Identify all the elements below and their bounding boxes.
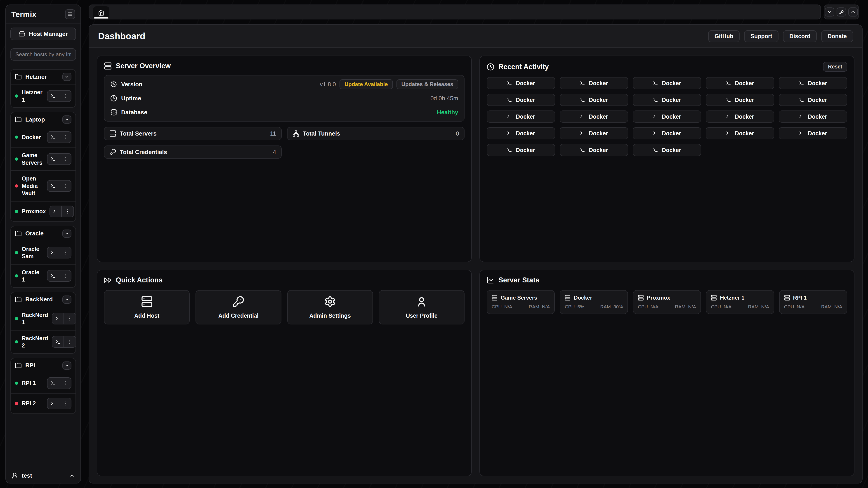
total-tunnels-tile: Total Tunnels 0: [287, 127, 465, 140]
host-terminal-button[interactable]: [48, 270, 59, 281]
host-menu-button[interactable]: [59, 378, 71, 389]
username: test: [22, 472, 66, 479]
host-row[interactable]: Open Media Vault: [11, 170, 75, 201]
host-menu-button[interactable]: [62, 206, 73, 217]
activity-item-button[interactable]: Docker: [779, 94, 847, 106]
user-footer[interactable]: test: [6, 468, 81, 483]
tabbar-collapse-button[interactable]: [825, 7, 834, 17]
host-menu-button[interactable]: [64, 313, 76, 324]
host-terminal-button[interactable]: [52, 336, 64, 347]
fast-forward-icon: [104, 276, 112, 284]
group-header[interactable]: Laptop: [11, 112, 75, 127]
host-terminal-button[interactable]: [50, 206, 62, 217]
activity-item-button[interactable]: Docker: [633, 127, 701, 139]
tabbar-expand-button[interactable]: [848, 7, 858, 17]
host-menu-button[interactable]: [59, 91, 71, 101]
host-row[interactable]: Oracle 1: [11, 264, 75, 287]
host-menu-button[interactable]: [59, 154, 71, 164]
activity-item-button[interactable]: Docker: [487, 94, 555, 106]
updates-releases-button[interactable]: Updates & Releases: [397, 79, 458, 89]
host-row[interactable]: Docker: [11, 127, 75, 147]
update-available-badge[interactable]: Update Available: [340, 79, 393, 89]
activity-item-button[interactable]: Docker: [487, 77, 555, 89]
activity-item-button[interactable]: Docker: [487, 127, 555, 139]
github-button[interactable]: GitHub: [708, 30, 740, 42]
kebab-menu-icon: [62, 250, 68, 255]
host-menu-button[interactable]: [59, 398, 71, 409]
host-terminal-button[interactable]: [48, 181, 59, 191]
recent-activity-header: Recent Activity Reset: [487, 62, 847, 72]
activity-item-button[interactable]: Docker: [560, 94, 628, 106]
activity-item-button[interactable]: Docker: [560, 110, 628, 123]
admin-settings-button[interactable]: Admin Settings: [287, 290, 373, 324]
terminal-icon: [799, 114, 804, 119]
activity-item-button[interactable]: Docker: [779, 127, 847, 139]
host-menu-button[interactable]: [59, 247, 71, 258]
group-header[interactable]: RPI: [11, 358, 75, 373]
host-manager-button[interactable]: Host Manager: [10, 28, 76, 40]
group-header[interactable]: RackNerd: [11, 292, 75, 307]
host-row[interactable]: RPI 1: [11, 373, 75, 393]
host-terminal-button[interactable]: [48, 132, 59, 142]
host-terminal-button[interactable]: [48, 398, 59, 409]
activity-item-button[interactable]: Docker: [706, 110, 774, 123]
support-button[interactable]: Support: [744, 30, 778, 42]
host-row[interactable]: RackNerd 1: [11, 307, 75, 330]
group-host-list: Docker: [11, 127, 75, 221]
activity-item-button[interactable]: Docker: [779, 110, 847, 123]
group-header[interactable]: Oracle: [11, 226, 75, 241]
terminal-icon: [507, 80, 512, 86]
terminal-icon: [799, 97, 804, 103]
donate-button[interactable]: Donate: [821, 30, 853, 42]
activity-item-button[interactable]: Docker: [633, 144, 701, 156]
group-collapse-button[interactable]: [62, 295, 71, 304]
activity-item-button[interactable]: Docker: [487, 144, 555, 156]
add-host-button[interactable]: Add Host: [104, 290, 190, 324]
group-header[interactable]: Hetzner: [11, 70, 75, 84]
host-menu-button[interactable]: [59, 181, 71, 191]
activity-item-button[interactable]: Docker: [633, 110, 701, 123]
add-credential-button[interactable]: Add Credential: [195, 290, 281, 324]
host-row[interactable]: Oracle Sam: [11, 241, 75, 264]
host-terminal-button[interactable]: [48, 378, 59, 389]
activity-item-button[interactable]: Docker: [706, 77, 774, 89]
activity-item-button[interactable]: Docker: [560, 144, 628, 156]
group-collapse-button[interactable]: [62, 73, 71, 81]
tools-button[interactable]: [837, 7, 846, 17]
reset-button[interactable]: Reset: [823, 62, 847, 72]
host-menu-button[interactable]: [59, 132, 71, 142]
terminal-icon: [726, 97, 731, 103]
discord-button[interactable]: Discord: [783, 30, 817, 42]
activity-item-button[interactable]: Docker: [560, 127, 628, 139]
host-row[interactable]: Game Servers: [11, 147, 75, 170]
host-menu-button[interactable]: [59, 270, 71, 281]
terminal-icon: [799, 80, 804, 86]
activity-item-button[interactable]: Docker: [560, 77, 628, 89]
host-row[interactable]: RackNerd 2: [11, 330, 75, 353]
activity-item-label: Docker: [516, 147, 535, 153]
search-input[interactable]: [10, 48, 76, 61]
sidebar-collapse-button[interactable]: [65, 9, 75, 19]
user-profile-button[interactable]: User Profile: [379, 290, 465, 324]
tab-home[interactable]: [93, 6, 110, 19]
host-terminal-button[interactable]: [52, 313, 64, 324]
group-name: RackNerd: [25, 296, 59, 303]
host-row[interactable]: Proxmox: [11, 201, 75, 221]
activity-item-button[interactable]: Docker: [779, 77, 847, 89]
host-name: RackNerd 2: [22, 335, 48, 349]
host-menu-button[interactable]: [64, 336, 76, 347]
group-collapse-button[interactable]: [62, 116, 71, 124]
host-terminal-button[interactable]: [48, 91, 59, 101]
host-actions: [52, 336, 76, 348]
host-row[interactable]: Hetzner 1: [11, 84, 75, 107]
activity-item-button[interactable]: Docker: [706, 94, 774, 106]
group-collapse-button[interactable]: [62, 230, 71, 238]
host-terminal-button[interactable]: [48, 154, 59, 164]
activity-item-button[interactable]: Docker: [706, 127, 774, 139]
activity-item-button[interactable]: Docker: [633, 94, 701, 106]
group-collapse-button[interactable]: [62, 361, 71, 369]
host-terminal-button[interactable]: [48, 247, 59, 258]
activity-item-button[interactable]: Docker: [633, 77, 701, 89]
activity-item-button[interactable]: Docker: [487, 110, 555, 123]
host-row[interactable]: RPI 2: [11, 393, 75, 414]
